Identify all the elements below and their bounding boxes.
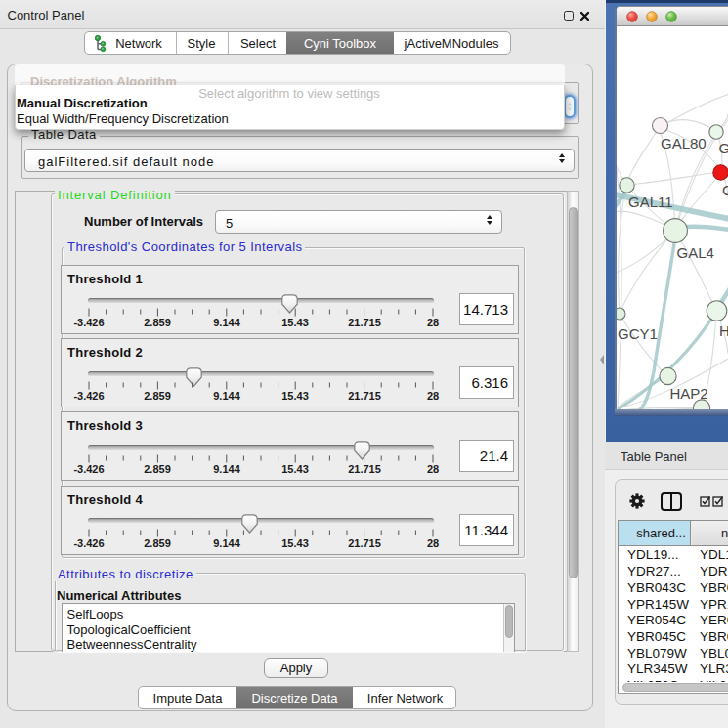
svg-text:GAL11: GAL11 bbox=[628, 193, 673, 210]
svg-text:GAL4: GAL4 bbox=[677, 244, 714, 261]
svg-text:HAP2: HAP2 bbox=[670, 385, 708, 402]
svg-text:CR: CR bbox=[722, 182, 728, 198]
svg-text:GCY1: GCY1 bbox=[618, 325, 658, 342]
svg-text:GAL80: GAL80 bbox=[661, 135, 707, 151]
svg-text:GA: GA bbox=[719, 140, 728, 156]
svg-text:HA: HA bbox=[719, 322, 728, 339]
